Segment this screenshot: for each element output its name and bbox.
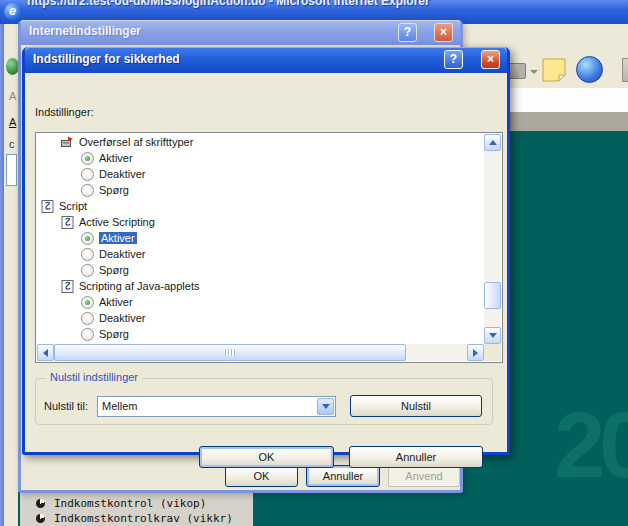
radio-selected-icon[interactable] <box>81 152 94 165</box>
edge-input-sliver <box>6 154 17 186</box>
toolbar-dropdown-arrow-icon[interactable] <box>530 70 538 74</box>
setting-label: Overførsel af skrifttyper <box>79 136 193 148</box>
setting-radio-option[interactable]: Aktiver <box>37 294 484 310</box>
security-settings-titlebar[interactable]: Indstillinger for sikkerhed ? × <box>25 47 507 73</box>
radio-label: Spørg <box>99 264 129 276</box>
horizontal-scroll-thumb[interactable] <box>54 344 406 361</box>
cancel-button[interactable]: Annuller <box>306 465 380 487</box>
dropdown-selected-value: Mellem <box>102 400 137 412</box>
internet-explorer-icon: e <box>4 3 21 20</box>
radio-selected-icon[interactable] <box>81 232 94 245</box>
script-icon <box>61 280 74 293</box>
radio-label: Deaktiver <box>99 248 145 260</box>
radio-icon[interactable] <box>81 248 94 261</box>
radio-icon[interactable] <box>81 264 94 277</box>
setting-label: Script <box>59 200 87 212</box>
menu-bullet-icon <box>36 514 45 523</box>
edge-text-fragment: A <box>9 90 16 102</box>
scrollbar-corner <box>484 344 501 361</box>
setting-category[interactable]: Overførsel af skrifttyper <box>37 134 484 150</box>
vertical-scrollbar[interactable] <box>484 134 501 344</box>
chevron-right-icon <box>473 349 478 357</box>
chevron-down-icon <box>322 404 330 409</box>
setting-category[interactable]: Active Scripting <box>37 214 484 230</box>
setting-radio-option-selected[interactable]: Aktiver <box>37 230 484 246</box>
dropdown-arrow-button[interactable] <box>317 398 334 415</box>
script-icon <box>41 200 54 213</box>
radio-label: Spørg <box>99 328 129 340</box>
help-button[interactable]: ? <box>398 23 417 42</box>
settings-label: Indstillinger: <box>35 106 94 118</box>
browser-title: https://ur2.test-ou-dk/MIS3/loginAction.… <box>27 0 430 8</box>
setting-radio-option[interactable]: Spørg <box>37 182 484 198</box>
ok-button[interactable]: OK <box>199 446 334 468</box>
page-watermark: 20 <box>554 393 628 498</box>
radio-label: Deaktiver <box>99 312 145 324</box>
toolbar-messenger-icon[interactable] <box>576 56 603 83</box>
group-title: Nulstil indstillinger <box>46 371 142 383</box>
apply-button[interactable]: Anvend <box>388 465 460 487</box>
setting-radio-option[interactable]: Deaktiver <box>37 166 484 182</box>
menu-item-label: Indkomstkontrol (vikop) <box>54 497 206 510</box>
browser-left-edge: A A c <box>4 24 18 493</box>
reset-level-dropdown[interactable]: Mellem <box>97 396 336 417</box>
security-settings-dialog: Indstillinger for sikkerhed ? × Indstill… <box>22 47 510 455</box>
scroll-up-button[interactable] <box>484 134 501 151</box>
setting-label: Active Scripting <box>79 216 155 228</box>
radio-icon[interactable] <box>81 168 94 181</box>
chevron-up-icon <box>489 140 497 145</box>
horizontal-scrollbar[interactable] <box>37 344 484 361</box>
close-button[interactable]: × <box>434 23 453 42</box>
radio-icon[interactable] <box>81 328 94 341</box>
cancel-button[interactable]: Annuller <box>349 446 483 468</box>
chevron-down-icon <box>489 333 497 338</box>
reset-button[interactable]: Nulstil <box>350 395 482 417</box>
menu-bullet-icon <box>36 499 45 508</box>
help-button[interactable]: ? <box>444 50 463 69</box>
setting-category[interactable]: Scripting af Java-applets <box>37 278 484 294</box>
scroll-right-button[interactable] <box>467 344 484 361</box>
radio-icon[interactable] <box>81 184 94 197</box>
scroll-left-button[interactable] <box>37 344 54 361</box>
desktop-screenshot: e https://ur2.test-ou-dk/MIS3/loginActio… <box>0 0 628 526</box>
setting-radio-option[interactable]: Spørg <box>37 326 484 342</box>
back-button-icon[interactable] <box>6 58 18 75</box>
menu-item-label: Indkomstkontrolkrav (vikkr) <box>54 512 233 525</box>
scroll-down-button[interactable] <box>484 327 501 344</box>
ok-button[interactable]: OK <box>225 465 298 487</box>
radio-label: Aktiver <box>99 296 133 308</box>
vertical-scroll-thumb[interactable] <box>484 282 501 309</box>
setting-radio-option[interactable]: Spørg <box>37 262 484 278</box>
setting-category[interactable]: Script <box>37 198 484 214</box>
setting-label: Scripting af Java-applets <box>79 280 199 292</box>
close-button[interactable]: × <box>481 50 500 69</box>
internet-options-titlebar[interactable]: Internetindstillinger ? × <box>21 20 460 45</box>
radio-icon[interactable] <box>81 312 94 325</box>
page-menu-panel: Indkomstkontrol (vikop) Indkomstkontrolk… <box>20 493 253 526</box>
page-menu-item[interactable]: Indkomstkontrolkrav (vikkr) <box>20 511 253 526</box>
toolbar-notes-icon[interactable] <box>542 58 567 84</box>
edge-text-fragment: c <box>9 138 15 150</box>
reset-settings-group: Nulstil indstillinger Nulstil til: Melle… <box>35 378 493 425</box>
edge-text-fragment: A <box>9 116 16 128</box>
reset-to-label: Nulstil til: <box>44 400 88 412</box>
font-download-icon <box>61 136 74 149</box>
radio-selected-icon[interactable] <box>81 296 94 309</box>
dialog-title: Internetindstillinger <box>29 24 141 38</box>
script-icon <box>61 216 74 229</box>
radio-label-highlighted: Aktiver <box>99 232 137 244</box>
setting-radio-option[interactable]: Deaktiver <box>37 246 484 262</box>
setting-radio-option[interactable]: Aktiver <box>37 150 484 166</box>
chevron-left-icon <box>43 349 48 357</box>
toolbar-partial-icon[interactable] <box>622 58 628 82</box>
settings-rows: Overførsel af skrifttyper Aktiver Deakti… <box>37 134 484 344</box>
radio-label: Deaktiver <box>99 168 145 180</box>
settings-listbox[interactable]: Overførsel af skrifttyper Aktiver Deakti… <box>35 132 503 363</box>
page-menu-item[interactable]: Indkomstkontrol (vikop) <box>20 496 253 511</box>
radio-label: Aktiver <box>99 152 133 164</box>
radio-label: Spørg <box>99 184 129 196</box>
setting-radio-option[interactable]: Deaktiver <box>37 310 484 326</box>
dialog-title: Indstillinger for sikkerhed <box>33 52 180 66</box>
